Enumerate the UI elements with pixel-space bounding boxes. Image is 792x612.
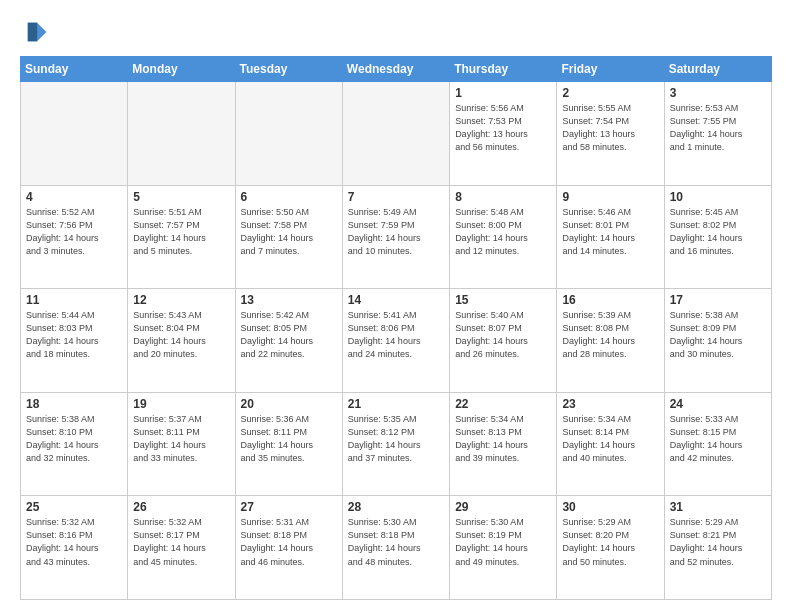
day-info: Sunrise: 5:40 AM Sunset: 8:07 PM Dayligh… bbox=[455, 309, 551, 361]
day-info: Sunrise: 5:42 AM Sunset: 8:05 PM Dayligh… bbox=[241, 309, 337, 361]
day-number: 22 bbox=[455, 397, 551, 411]
weekday-header-thursday: Thursday bbox=[450, 57, 557, 82]
day-cell: 4Sunrise: 5:52 AM Sunset: 7:56 PM Daylig… bbox=[21, 185, 128, 289]
day-number: 11 bbox=[26, 293, 122, 307]
day-cell: 31Sunrise: 5:29 AM Sunset: 8:21 PM Dayli… bbox=[664, 496, 771, 600]
day-number: 6 bbox=[241, 190, 337, 204]
header bbox=[20, 18, 772, 46]
day-info: Sunrise: 5:31 AM Sunset: 8:18 PM Dayligh… bbox=[241, 516, 337, 568]
week-row-1: 1Sunrise: 5:56 AM Sunset: 7:53 PM Daylig… bbox=[21, 82, 772, 186]
day-cell: 10Sunrise: 5:45 AM Sunset: 8:02 PM Dayli… bbox=[664, 185, 771, 289]
day-info: Sunrise: 5:55 AM Sunset: 7:54 PM Dayligh… bbox=[562, 102, 658, 154]
weekday-header-saturday: Saturday bbox=[664, 57, 771, 82]
weekday-header-monday: Monday bbox=[128, 57, 235, 82]
day-info: Sunrise: 5:35 AM Sunset: 8:12 PM Dayligh… bbox=[348, 413, 444, 465]
day-info: Sunrise: 5:45 AM Sunset: 8:02 PM Dayligh… bbox=[670, 206, 766, 258]
day-info: Sunrise: 5:44 AM Sunset: 8:03 PM Dayligh… bbox=[26, 309, 122, 361]
day-number: 30 bbox=[562, 500, 658, 514]
weekday-header-sunday: Sunday bbox=[21, 57, 128, 82]
day-number: 23 bbox=[562, 397, 658, 411]
day-number: 8 bbox=[455, 190, 551, 204]
day-cell: 22Sunrise: 5:34 AM Sunset: 8:13 PM Dayli… bbox=[450, 392, 557, 496]
day-info: Sunrise: 5:32 AM Sunset: 8:17 PM Dayligh… bbox=[133, 516, 229, 568]
day-info: Sunrise: 5:50 AM Sunset: 7:58 PM Dayligh… bbox=[241, 206, 337, 258]
day-number: 12 bbox=[133, 293, 229, 307]
day-cell: 16Sunrise: 5:39 AM Sunset: 8:08 PM Dayli… bbox=[557, 289, 664, 393]
day-number: 25 bbox=[26, 500, 122, 514]
day-number: 15 bbox=[455, 293, 551, 307]
day-cell: 12Sunrise: 5:43 AM Sunset: 8:04 PM Dayli… bbox=[128, 289, 235, 393]
day-number: 18 bbox=[26, 397, 122, 411]
day-cell bbox=[21, 82, 128, 186]
day-info: Sunrise: 5:32 AM Sunset: 8:16 PM Dayligh… bbox=[26, 516, 122, 568]
day-info: Sunrise: 5:37 AM Sunset: 8:11 PM Dayligh… bbox=[133, 413, 229, 465]
day-number: 10 bbox=[670, 190, 766, 204]
day-cell: 9Sunrise: 5:46 AM Sunset: 8:01 PM Daylig… bbox=[557, 185, 664, 289]
day-number: 31 bbox=[670, 500, 766, 514]
week-row-3: 11Sunrise: 5:44 AM Sunset: 8:03 PM Dayli… bbox=[21, 289, 772, 393]
day-number: 20 bbox=[241, 397, 337, 411]
day-number: 3 bbox=[670, 86, 766, 100]
day-cell bbox=[342, 82, 449, 186]
day-info: Sunrise: 5:53 AM Sunset: 7:55 PM Dayligh… bbox=[670, 102, 766, 154]
day-cell: 29Sunrise: 5:30 AM Sunset: 8:19 PM Dayli… bbox=[450, 496, 557, 600]
day-cell: 13Sunrise: 5:42 AM Sunset: 8:05 PM Dayli… bbox=[235, 289, 342, 393]
day-cell: 11Sunrise: 5:44 AM Sunset: 8:03 PM Dayli… bbox=[21, 289, 128, 393]
day-cell: 1Sunrise: 5:56 AM Sunset: 7:53 PM Daylig… bbox=[450, 82, 557, 186]
day-info: Sunrise: 5:34 AM Sunset: 8:14 PM Dayligh… bbox=[562, 413, 658, 465]
day-number: 14 bbox=[348, 293, 444, 307]
day-cell: 3Sunrise: 5:53 AM Sunset: 7:55 PM Daylig… bbox=[664, 82, 771, 186]
day-cell: 19Sunrise: 5:37 AM Sunset: 8:11 PM Dayli… bbox=[128, 392, 235, 496]
week-row-2: 4Sunrise: 5:52 AM Sunset: 7:56 PM Daylig… bbox=[21, 185, 772, 289]
day-number: 1 bbox=[455, 86, 551, 100]
day-number: 24 bbox=[670, 397, 766, 411]
day-cell: 20Sunrise: 5:36 AM Sunset: 8:11 PM Dayli… bbox=[235, 392, 342, 496]
day-cell: 7Sunrise: 5:49 AM Sunset: 7:59 PM Daylig… bbox=[342, 185, 449, 289]
day-cell: 5Sunrise: 5:51 AM Sunset: 7:57 PM Daylig… bbox=[128, 185, 235, 289]
weekday-header-tuesday: Tuesday bbox=[235, 57, 342, 82]
day-info: Sunrise: 5:38 AM Sunset: 8:09 PM Dayligh… bbox=[670, 309, 766, 361]
page: SundayMondayTuesdayWednesdayThursdayFrid… bbox=[0, 0, 792, 612]
day-cell: 28Sunrise: 5:30 AM Sunset: 8:18 PM Dayli… bbox=[342, 496, 449, 600]
day-number: 29 bbox=[455, 500, 551, 514]
day-cell: 26Sunrise: 5:32 AM Sunset: 8:17 PM Dayli… bbox=[128, 496, 235, 600]
day-cell bbox=[235, 82, 342, 186]
day-cell bbox=[128, 82, 235, 186]
day-number: 9 bbox=[562, 190, 658, 204]
day-info: Sunrise: 5:36 AM Sunset: 8:11 PM Dayligh… bbox=[241, 413, 337, 465]
day-number: 17 bbox=[670, 293, 766, 307]
day-info: Sunrise: 5:52 AM Sunset: 7:56 PM Dayligh… bbox=[26, 206, 122, 258]
day-number: 19 bbox=[133, 397, 229, 411]
day-cell: 6Sunrise: 5:50 AM Sunset: 7:58 PM Daylig… bbox=[235, 185, 342, 289]
logo-icon bbox=[20, 18, 48, 46]
day-cell: 8Sunrise: 5:48 AM Sunset: 8:00 PM Daylig… bbox=[450, 185, 557, 289]
day-info: Sunrise: 5:29 AM Sunset: 8:20 PM Dayligh… bbox=[562, 516, 658, 568]
day-number: 28 bbox=[348, 500, 444, 514]
day-cell: 27Sunrise: 5:31 AM Sunset: 8:18 PM Dayli… bbox=[235, 496, 342, 600]
day-number: 2 bbox=[562, 86, 658, 100]
week-row-5: 25Sunrise: 5:32 AM Sunset: 8:16 PM Dayli… bbox=[21, 496, 772, 600]
day-cell: 30Sunrise: 5:29 AM Sunset: 8:20 PM Dayli… bbox=[557, 496, 664, 600]
day-number: 27 bbox=[241, 500, 337, 514]
day-info: Sunrise: 5:41 AM Sunset: 8:06 PM Dayligh… bbox=[348, 309, 444, 361]
svg-marker-2 bbox=[28, 23, 37, 42]
day-info: Sunrise: 5:29 AM Sunset: 8:21 PM Dayligh… bbox=[670, 516, 766, 568]
day-info: Sunrise: 5:49 AM Sunset: 7:59 PM Dayligh… bbox=[348, 206, 444, 258]
day-info: Sunrise: 5:30 AM Sunset: 8:18 PM Dayligh… bbox=[348, 516, 444, 568]
day-number: 26 bbox=[133, 500, 229, 514]
day-cell: 25Sunrise: 5:32 AM Sunset: 8:16 PM Dayli… bbox=[21, 496, 128, 600]
day-info: Sunrise: 5:48 AM Sunset: 8:00 PM Dayligh… bbox=[455, 206, 551, 258]
day-number: 21 bbox=[348, 397, 444, 411]
day-info: Sunrise: 5:46 AM Sunset: 8:01 PM Dayligh… bbox=[562, 206, 658, 258]
day-info: Sunrise: 5:34 AM Sunset: 8:13 PM Dayligh… bbox=[455, 413, 551, 465]
day-cell: 21Sunrise: 5:35 AM Sunset: 8:12 PM Dayli… bbox=[342, 392, 449, 496]
weekday-header-row: SundayMondayTuesdayWednesdayThursdayFrid… bbox=[21, 57, 772, 82]
day-info: Sunrise: 5:39 AM Sunset: 8:08 PM Dayligh… bbox=[562, 309, 658, 361]
day-cell: 18Sunrise: 5:38 AM Sunset: 8:10 PM Dayli… bbox=[21, 392, 128, 496]
day-info: Sunrise: 5:43 AM Sunset: 8:04 PM Dayligh… bbox=[133, 309, 229, 361]
day-info: Sunrise: 5:38 AM Sunset: 8:10 PM Dayligh… bbox=[26, 413, 122, 465]
day-number: 16 bbox=[562, 293, 658, 307]
day-cell: 2Sunrise: 5:55 AM Sunset: 7:54 PM Daylig… bbox=[557, 82, 664, 186]
day-cell: 17Sunrise: 5:38 AM Sunset: 8:09 PM Dayli… bbox=[664, 289, 771, 393]
day-info: Sunrise: 5:51 AM Sunset: 7:57 PM Dayligh… bbox=[133, 206, 229, 258]
